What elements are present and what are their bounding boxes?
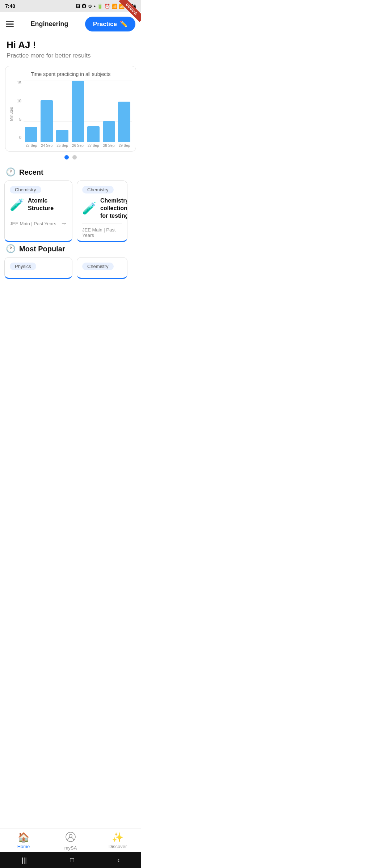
debug-ribbon: DEBUG	[119, 0, 141, 22]
clock-icon: 🕐	[6, 167, 16, 177]
card-1-title: Atomic Structure	[28, 197, 67, 212]
x-label-22sep: 22 Sep	[25, 144, 37, 148]
popular-clock-icon: 🕐	[6, 244, 16, 254]
x-label-28sep: 28 Sep	[103, 144, 115, 148]
status-media-icon: 🖼	[76, 4, 80, 9]
popular-card-2-tag: Chemistry	[82, 263, 114, 270]
chart-x-labels: 22 Sep 24 Sep 25 Sep 26 Sep 27 Sep 28 Se…	[24, 142, 132, 148]
popular-card-1[interactable]: Physics	[4, 257, 72, 279]
recent-card-1[interactable]: Chemistry 🧪 Atomic Structure JEE Main | …	[4, 180, 72, 242]
card-1-body: 🧪 Atomic Structure	[10, 197, 67, 212]
chart-title: Time spent practicing in all subjects	[9, 71, 132, 77]
carousel-dots	[0, 155, 141, 159]
x-label-29sep: 29 Sep	[118, 144, 130, 148]
header-title: Engineering	[30, 20, 68, 28]
most-popular-title: Most Popular	[19, 245, 65, 253]
bar-29sep	[118, 102, 130, 142]
recent-title: Recent	[19, 168, 43, 176]
bar-28sep	[103, 121, 115, 142]
x-label-25sep: 25 Sep	[56, 144, 68, 148]
x-label-27sep: 27 Sep	[87, 144, 100, 148]
status-whatsapp-icon: 🅦	[82, 4, 87, 9]
x-label-26sep: 26 Sep	[72, 144, 84, 148]
x-label-24sep: 24 Sep	[41, 144, 53, 148]
recent-cards-row: Chemistry 🧪 Atomic Structure JEE Main | …	[0, 180, 141, 242]
chart-area: Minutes 15 10 5 0	[9, 81, 132, 148]
card-1-meta: JEE Main | Past Years	[10, 221, 56, 226]
status-alarm-icon: ⏰	[104, 4, 110, 9]
card-2-tag: Chemistry	[82, 186, 114, 193]
card-1-tag: Chemistry	[10, 186, 41, 193]
card-2-body: 🧪 Chemistry collection for testing	[82, 197, 122, 220]
y-label-10: 10	[17, 99, 21, 103]
status-battery-icon: 🔋	[97, 4, 103, 9]
status-dot: •	[94, 4, 96, 9]
popular-card-1-tag: Physics	[10, 263, 36, 270]
y-label-0: 0	[19, 135, 21, 140]
bar-27sep	[87, 126, 100, 142]
dot-1[interactable]	[64, 155, 69, 159]
most-popular-cards-row: Physics Chemistry	[0, 257, 141, 279]
most-popular-section: 🕐 Most Popular Physics Chemistry	[0, 242, 141, 279]
bar-22sep	[25, 127, 37, 142]
bar-25sep	[56, 130, 68, 142]
chart-bars	[24, 81, 132, 142]
recent-section-header: 🕐 Recent	[0, 165, 141, 180]
chart-bars-wrapper	[24, 81, 132, 142]
card-2-footer: JEE Main | Past Years	[82, 223, 122, 241]
status-time: 7:40	[5, 3, 15, 9]
card-1-footer: JEE Main | Past Years →	[10, 216, 67, 230]
popular-card-2[interactable]: Chemistry	[77, 257, 127, 279]
chart-card: Time spent practicing in all subjects Mi…	[5, 66, 136, 152]
card-2-meta: JEE Main | Past Years	[82, 227, 122, 238]
y-label-5: 5	[19, 117, 21, 122]
most-popular-header: 🕐 Most Popular	[0, 242, 141, 257]
welcome-section: Hi AJ ! Practice more for better results	[0, 36, 141, 61]
welcome-subtitle: Practice more for better results	[7, 52, 135, 59]
card-2-icon: 🧪	[82, 201, 97, 215]
bar-26sep	[72, 81, 84, 142]
card-1-arrow[interactable]: →	[60, 220, 67, 227]
welcome-greeting: Hi AJ !	[7, 39, 135, 51]
menu-button[interactable]	[6, 21, 14, 27]
card-2-title: Chemistry collection for testing	[100, 197, 127, 220]
dot-2[interactable]	[72, 155, 77, 159]
y-label-15: 15	[17, 81, 21, 85]
practice-label: Practice	[93, 21, 117, 28]
chart-main: 22 Sep 24 Sep 25 Sep 26 Sep 27 Sep 28 Se…	[24, 81, 132, 148]
recent-card-2[interactable]: Chemistry 🧪 Chemistry collection for tes…	[77, 180, 127, 242]
y-axis-labels: 15 10 5 0	[15, 81, 24, 148]
status-extra-icon: ⚙	[88, 4, 92, 9]
card-1-icon: 🧪	[10, 198, 24, 212]
bar-24sep	[41, 100, 53, 142]
y-axis-title: Minutes	[9, 107, 13, 121]
